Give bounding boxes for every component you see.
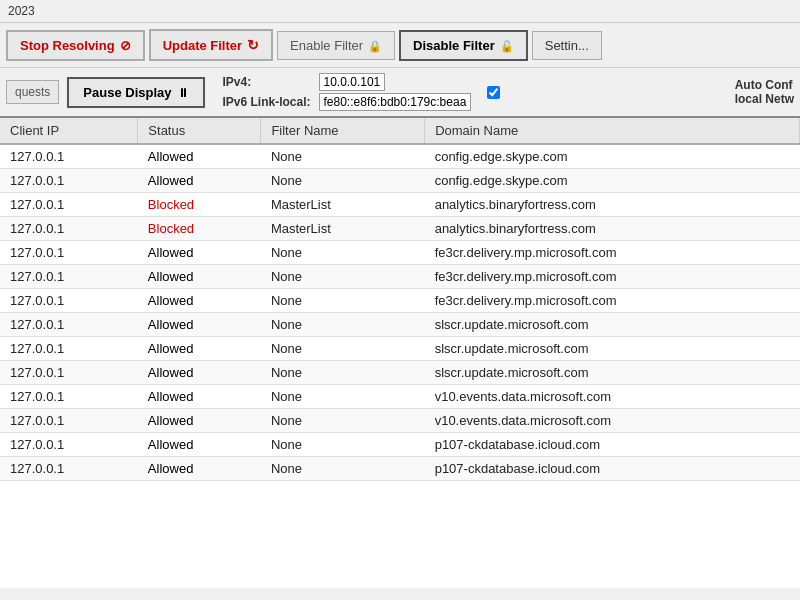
disable-filter-label: Disable Filter [413, 38, 495, 53]
cell-domain-name: v10.events.data.microsoft.com [425, 409, 800, 433]
table-row: 127.0.0.1AllowedNoneconfig.edge.skype.co… [0, 144, 800, 169]
cell-domain-name: p107-ckdatabase.icloud.com [425, 433, 800, 457]
cell-status: Allowed [138, 313, 261, 337]
cell-domain-name: v10.events.data.microsoft.com [425, 385, 800, 409]
cell-status: Allowed [138, 457, 261, 481]
lock-open-icon [500, 38, 514, 53]
table-row: 127.0.0.1AllowedNonefe3cr.delivery.mp.mi… [0, 265, 800, 289]
toolbar-row2: quests Pause Display IPv4: 10.0.0.101 IP… [0, 68, 800, 118]
pause-icon [177, 85, 189, 100]
table-row: 127.0.0.1AllowedNonep107-ckdatabase.iclo… [0, 457, 800, 481]
cell-status: Allowed [138, 433, 261, 457]
cell-client-ip: 127.0.0.1 [0, 144, 138, 169]
refresh-icon [247, 37, 259, 53]
table-row: 127.0.0.1AllowedNonefe3cr.delivery.mp.mi… [0, 289, 800, 313]
cell-filter-name: None [261, 337, 425, 361]
ipv6-label: IPv6 Link-local: [223, 95, 313, 109]
table-row: 127.0.0.1AllowedNoneslscr.update.microso… [0, 361, 800, 385]
dns-table: Client IP Status Filter Name Domain Name… [0, 118, 800, 481]
ipv6-row: IPv6 Link-local: fe80::e8f6:bdb0:179c:be… [223, 93, 472, 111]
pause-display-button[interactable]: Pause Display [67, 77, 204, 108]
cell-domain-name: fe3cr.delivery.mp.microsoft.com [425, 265, 800, 289]
requests-button[interactable]: quests [6, 80, 59, 104]
cell-domain-name: config.edge.skype.com [425, 169, 800, 193]
cell-domain-name: fe3cr.delivery.mp.microsoft.com [425, 241, 800, 265]
cell-status: Allowed [138, 169, 261, 193]
enable-filter-label: Enable Filter [290, 38, 363, 53]
ipv4-label: IPv4: [223, 75, 313, 89]
table-row: 127.0.0.1BlockedMasterListanalytics.bina… [0, 217, 800, 241]
cell-status: Allowed [138, 144, 261, 169]
cell-client-ip: 127.0.0.1 [0, 313, 138, 337]
pause-display-label: Pause Display [83, 85, 171, 100]
col-domain-name: Domain Name [425, 118, 800, 144]
cell-filter-name: None [261, 313, 425, 337]
cell-status: Allowed [138, 361, 261, 385]
cell-client-ip: 127.0.0.1 [0, 169, 138, 193]
cell-filter-name: MasterList [261, 217, 425, 241]
title-year: 2023 [8, 4, 35, 18]
lock-icon [368, 38, 382, 53]
dns-table-container: Client IP Status Filter Name Domain Name… [0, 118, 800, 588]
cell-domain-name: slscr.update.microsoft.com [425, 337, 800, 361]
col-client-ip: Client IP [0, 118, 138, 144]
ip-section: IPv4: 10.0.0.101 IPv6 Link-local: fe80::… [223, 73, 472, 111]
table-row: 127.0.0.1AllowedNoneslscr.update.microso… [0, 313, 800, 337]
auto-conf-line1: Auto Conf [735, 78, 793, 92]
col-status: Status [138, 118, 261, 144]
cell-client-ip: 127.0.0.1 [0, 385, 138, 409]
cell-client-ip: 127.0.0.1 [0, 337, 138, 361]
cell-filter-name: MasterList [261, 193, 425, 217]
auto-conf-section: Auto Conf local Netw [735, 78, 794, 106]
disable-filter-button[interactable]: Disable Filter [399, 30, 528, 61]
table-row: 127.0.0.1AllowedNonefe3cr.delivery.mp.mi… [0, 241, 800, 265]
table-row: 127.0.0.1AllowedNoneslscr.update.microso… [0, 337, 800, 361]
circle-slash-icon [120, 38, 131, 53]
requests-label: quests [15, 85, 50, 99]
cell-client-ip: 127.0.0.1 [0, 457, 138, 481]
cell-client-ip: 127.0.0.1 [0, 409, 138, 433]
cell-filter-name: None [261, 457, 425, 481]
auto-conf-checkbox[interactable] [487, 86, 500, 99]
ipv4-value: 10.0.0.101 [319, 73, 386, 91]
cell-client-ip: 127.0.0.1 [0, 361, 138, 385]
settings-button[interactable]: Settin... [532, 31, 602, 60]
ipv4-row: IPv4: 10.0.0.101 [223, 73, 472, 91]
table-row: 127.0.0.1AllowedNoneconfig.edge.skype.co… [0, 169, 800, 193]
table-row: 127.0.0.1AllowedNonev10.events.data.micr… [0, 385, 800, 409]
cell-client-ip: 127.0.0.1 [0, 289, 138, 313]
stop-resolving-label: Stop Resolving [20, 38, 115, 53]
cell-domain-name: slscr.update.microsoft.com [425, 361, 800, 385]
cell-filter-name: None [261, 265, 425, 289]
cell-filter-name: None [261, 241, 425, 265]
enable-filter-button[interactable]: Enable Filter [277, 31, 395, 60]
cell-filter-name: None [261, 289, 425, 313]
cell-status: Blocked [138, 217, 261, 241]
cell-domain-name: p107-ckdatabase.icloud.com [425, 457, 800, 481]
cell-client-ip: 127.0.0.1 [0, 217, 138, 241]
cell-client-ip: 127.0.0.1 [0, 433, 138, 457]
cell-filter-name: None [261, 169, 425, 193]
table-row: 127.0.0.1AllowedNonev10.events.data.micr… [0, 409, 800, 433]
toolbar-row1: Stop Resolving Update Filter Enable Filt… [0, 23, 800, 68]
cell-status: Blocked [138, 193, 261, 217]
cell-status: Allowed [138, 337, 261, 361]
auto-conf-line2: local Netw [735, 92, 794, 106]
update-filter-button[interactable]: Update Filter [149, 29, 273, 61]
cell-status: Allowed [138, 289, 261, 313]
cell-status: Allowed [138, 385, 261, 409]
stop-resolving-button[interactable]: Stop Resolving [6, 30, 145, 61]
cell-filter-name: None [261, 144, 425, 169]
cell-filter-name: None [261, 385, 425, 409]
cell-status: Allowed [138, 265, 261, 289]
cell-client-ip: 127.0.0.1 [0, 241, 138, 265]
title-bar: 2023 [0, 0, 800, 23]
cell-status: Allowed [138, 409, 261, 433]
settings-label: Settin... [545, 38, 589, 53]
cell-filter-name: None [261, 361, 425, 385]
cell-domain-name: fe3cr.delivery.mp.microsoft.com [425, 289, 800, 313]
cell-client-ip: 127.0.0.1 [0, 193, 138, 217]
table-row: 127.0.0.1AllowedNonep107-ckdatabase.iclo… [0, 433, 800, 457]
cell-filter-name: None [261, 433, 425, 457]
table-row: 127.0.0.1BlockedMasterListanalytics.bina… [0, 193, 800, 217]
